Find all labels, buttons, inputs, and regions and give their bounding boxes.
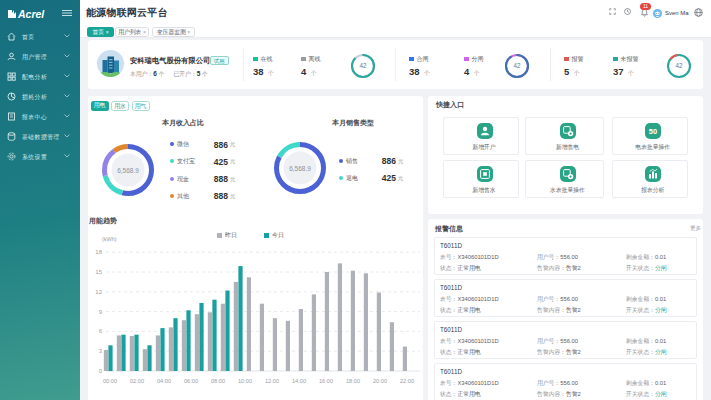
svg-text:42: 42 [513, 62, 521, 69]
svg-text:20:00: 20:00 [373, 378, 387, 384]
svg-text:12: 12 [95, 289, 102, 295]
svg-text:14:00: 14:00 [292, 378, 306, 384]
svg-text:50: 50 [649, 127, 657, 136]
svg-text:42: 42 [359, 62, 367, 69]
svg-text:18:00: 18:00 [346, 378, 360, 384]
svg-text:6,568.9: 6,568.9 [289, 165, 311, 172]
svg-text:00:00: 00:00 [103, 378, 117, 384]
svg-text:10:00: 10:00 [238, 378, 252, 384]
svg-text:42: 42 [675, 62, 683, 69]
svg-text:9: 9 [99, 309, 103, 315]
svg-text:16:00: 16:00 [319, 378, 333, 384]
svg-text:0: 0 [99, 368, 103, 374]
svg-text:18: 18 [95, 249, 102, 255]
svg-text:Acrel: Acrel [17, 8, 45, 20]
svg-text:04:00: 04:00 [157, 378, 171, 384]
svg-text:06:00: 06:00 [184, 378, 198, 384]
svg-text:3: 3 [99, 348, 103, 354]
svg-text:08:00: 08:00 [211, 378, 225, 384]
svg-text:15: 15 [95, 269, 102, 275]
svg-text:12:00: 12:00 [265, 378, 279, 384]
svg-text:6: 6 [99, 328, 103, 334]
svg-text:6,568.9: 6,568.9 [117, 167, 139, 174]
svg-text:22:00: 22:00 [400, 378, 414, 384]
svg-text:02:00: 02:00 [130, 378, 144, 384]
